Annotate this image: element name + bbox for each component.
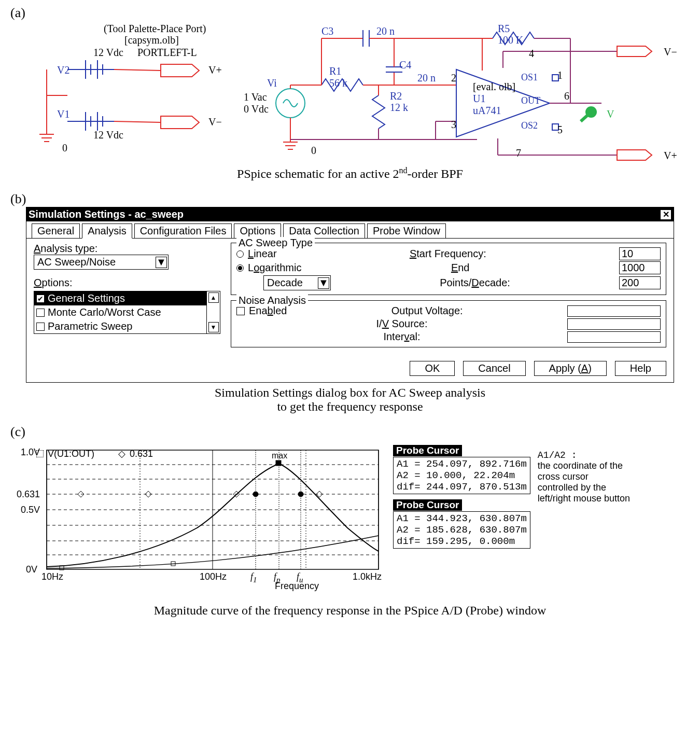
r5-label: R5 (498, 23, 510, 35)
chevron-down-icon[interactable]: ▼ (318, 277, 329, 289)
end-frequency-input[interactable]: 1000 (619, 261, 661, 274)
vdc-bottom: 12 Vdc (93, 129, 123, 141)
analysis-type-select[interactable]: AC Sweep/Noise ▼ (34, 255, 169, 270)
evalolb-note: [eval. olb] (473, 81, 515, 93)
probe-cursor-header-2: Probe Cursor (393, 499, 462, 511)
option-parametric-sweep[interactable]: Parametric Sweep (34, 319, 206, 333)
close-icon[interactable]: ✕ (660, 209, 671, 220)
tab-options[interactable]: Options (234, 223, 281, 239)
v2-label: V2 (57, 64, 69, 76)
c4-value: 20 n (417, 72, 436, 84)
simulation-settings-dialog: Simulation Settings - ac_sweep ✕ General… (26, 207, 674, 383)
ac-sweep-legend: AC Sweep Type (236, 237, 315, 249)
gnd0-right: 0 (311, 145, 316, 157)
linear-radio-row[interactable]: Linear (236, 248, 277, 260)
vplus-port-left: V+ (208, 64, 222, 76)
capsym-note: [capsym.olb] (124, 34, 179, 46)
checkbox-icon[interactable] (36, 309, 45, 317)
out-label: OUT (521, 95, 540, 106)
radio-checked-icon[interactable] (236, 264, 244, 272)
ac-sweep-fieldset: AC Sweep Type Linear Start Frequency: 10 (231, 243, 666, 295)
portleft-l-label: PORTLEFT-L (137, 47, 197, 59)
checkbox-icon[interactable] (36, 323, 45, 331)
decade-select[interactable]: Decade ▼ (263, 275, 331, 290)
pin3: 3 (451, 119, 456, 131)
ytick-0631: 0.631 (17, 489, 40, 500)
vi-label: Vi (267, 77, 277, 89)
probe-magnitude-chart: 1.0V 0.631 0.5V 0V 10Hz 100Hz 1.0kHz Fre… (16, 445, 389, 600)
help-button[interactable]: Help (615, 361, 666, 376)
option-montecarlo[interactable]: Monte Carlo/Worst Case (34, 305, 206, 319)
analysis-type-value: AC Sweep/Noise (37, 256, 116, 268)
options-listbox[interactable]: ✔ General Settings Monte Carlo/Worst Cas… (34, 291, 220, 334)
pin4: 4 (529, 48, 534, 60)
v1-label: V1 (57, 108, 69, 120)
ytick-1v: 1.0V (21, 447, 40, 458)
probe-cursor-header-1: Probe Cursor (393, 445, 462, 456)
checkbox-checked-icon[interactable]: ✔ (36, 295, 45, 303)
c3-label: C3 (321, 25, 333, 37)
tab-analysis[interactable]: Analysis (82, 223, 132, 239)
probe-cursor-1: A1 = 254.097, 892.716m A2 = 10.000, 22.2… (393, 457, 530, 494)
scroll-up-icon[interactable]: ▲ (208, 292, 219, 303)
pin6: 6 (564, 90, 569, 102)
tool-palette-note: (Tool Palette-Place Port) (104, 23, 206, 35)
ua741-label: uA741 (473, 105, 501, 117)
section-c-label: (c) (10, 424, 25, 439)
chevron-down-icon[interactable]: ▼ (156, 257, 167, 268)
tab-data-collection[interactable]: Data Collection (283, 223, 365, 239)
pspice-schematic: (Tool Palette-Place Port) [capsym.olb] V… (10, 23, 690, 163)
probe-cursor-2: A1 = 344.923, 630.807m A2 = 185.628, 630… (393, 511, 530, 549)
caption-c: Magnitude curve of the frequency respons… (10, 604, 690, 618)
c4-label: C4 (399, 59, 411, 71)
svg-line-13 (114, 121, 161, 122)
radio-icon[interactable] (236, 250, 244, 258)
xtick-100hz: 100Hz (200, 571, 227, 582)
vac-label: 1 Vac (244, 91, 267, 103)
ytick-05v: 0.5V (21, 505, 40, 515)
vplus-right: V+ (664, 150, 677, 162)
tab-probe-window[interactable]: Probe Window (367, 223, 446, 239)
analysis-type-label: Analysis type: (34, 243, 220, 255)
vminus-right: V− (664, 46, 677, 58)
points-per-decade-input[interactable]: 200 (619, 276, 661, 289)
tab-config-files[interactable]: Configuration Files (134, 223, 232, 239)
apply-button[interactable]: Apply (A) (534, 361, 607, 376)
section-a-label: (a) (10, 5, 25, 20)
noise-analysis-fieldset: Noise Analysis Enabled Output Voltage: I (231, 300, 666, 347)
pin1: 1 (557, 69, 563, 81)
checkbox-icon[interactable] (236, 307, 245, 315)
tab-general[interactable]: General (32, 223, 80, 239)
xtick-10hz: 10Hz (41, 571, 63, 582)
svg-line-12 (114, 69, 161, 71)
r1-value: 56 k (329, 77, 347, 89)
v-probe-label: V (607, 108, 614, 120)
c3-value: 20 n (376, 25, 395, 37)
noise-legend: Noise Analysis (236, 295, 308, 306)
caption-a: PSpice schematic for an active 2nd-order… (10, 166, 690, 181)
option-general-settings[interactable]: ✔ General Settings (34, 291, 206, 305)
start-frequency-input[interactable]: 10 (619, 247, 661, 260)
cursor-sidecaption: A1/A2 : the coordinate of the cross curs… (538, 450, 631, 504)
r2-value: 12 k (390, 102, 408, 114)
vdc-top: 12 Vdc (93, 47, 123, 59)
os1-label: OS1 (521, 72, 538, 83)
iv-source-input[interactable] (567, 318, 661, 330)
scroll-down-icon[interactable]: ▼ (208, 322, 219, 332)
dialog-titlebar[interactable]: Simulation Settings - ac_sweep ✕ (26, 207, 674, 221)
interval-input[interactable] (567, 331, 661, 343)
vdc0-label: 0 Vdc (244, 103, 269, 115)
ok-button[interactable]: OK (410, 361, 455, 376)
os2-label: OS2 (521, 120, 538, 131)
log-radio-row[interactable]: Logarithmic (236, 262, 301, 274)
scrollbar[interactable]: ▲ ▼ (206, 291, 220, 333)
max-marker: max (272, 451, 287, 460)
pin7: 7 (516, 147, 521, 159)
output-voltage-label: Output Voltage: (391, 305, 463, 317)
enabled-checkbox-row[interactable]: Enabled (236, 305, 287, 317)
dialog-title: Simulation Settings - ac_sweep (29, 208, 184, 220)
svg-rect-71 (276, 460, 281, 466)
r5-value: 100 K (498, 34, 523, 46)
output-voltage-input[interactable] (567, 305, 661, 317)
cancel-button[interactable]: Cancel (463, 361, 525, 376)
